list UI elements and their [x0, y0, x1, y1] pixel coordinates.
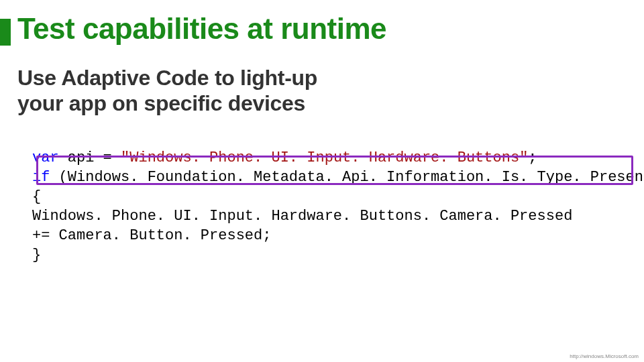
keyword-var: var: [32, 149, 59, 166]
code-semi: ;: [528, 149, 537, 166]
code-line-6: }: [32, 246, 644, 265]
string-literal: "Windows. Phone. UI. Input. Hardware. Bu…: [121, 149, 528, 166]
footer-url: http://windows.Microsoft.com: [570, 353, 639, 359]
code-line-3: {: [32, 188, 644, 207]
slide-subtitle: Use Adaptive Code to light-up your app o…: [17, 66, 317, 117]
subtitle-line-2: your app on specific devices: [17, 91, 305, 115]
code-line-1: var api = "Windows. Phone. UI. Input. Ha…: [32, 149, 644, 168]
code-line-4: Windows. Phone. UI. Input. Hardware. But…: [32, 207, 644, 227]
code-var-assign: api =: [59, 149, 121, 166]
code-line-2: if (Windows. Foundation. Metadata. Api. …: [32, 168, 644, 188]
keyword-if: if: [32, 169, 50, 186]
code-sample: var api = "Windows. Phone. UI. Input. Ha…: [32, 149, 644, 265]
subtitle-line-1: Use Adaptive Code to light-up: [17, 66, 317, 90]
code-if-cond: (Windows. Foundation. Metadata. Api. Inf…: [50, 169, 644, 186]
accent-bar: [0, 19, 11, 46]
code-line-5: += Camera. Button. Pressed;: [32, 227, 644, 246]
slide-title: Test capabilities at runtime: [17, 12, 386, 46]
